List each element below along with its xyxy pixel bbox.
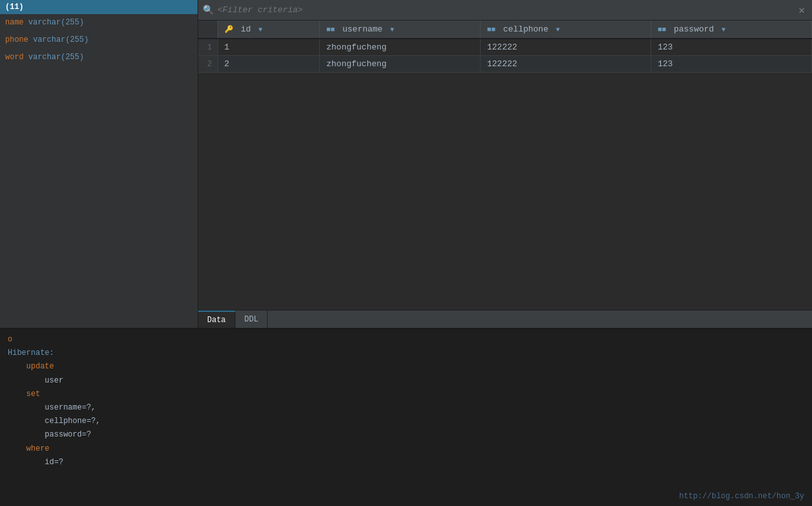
console-line-username: username=?, bbox=[0, 401, 812, 415]
console-line-prompt: o bbox=[0, 333, 812, 347]
sidebar-field-word: word varchar(255) bbox=[0, 49, 198, 66]
col-cellphone-label: cellphone bbox=[503, 24, 548, 34]
sort-icon-cellphone: ▼ bbox=[556, 26, 560, 33]
data-table-container: 🔑 id ▼ ■■ username ▼ ■■ cellphone ▼ bbox=[198, 21, 812, 310]
tab-ddl[interactable]: DDL bbox=[235, 311, 268, 328]
filter-input[interactable] bbox=[217, 5, 795, 15]
sort-icon-password: ▼ bbox=[721, 26, 725, 33]
sidebar-title: (11) bbox=[0, 0, 198, 14]
cell-id: 2 bbox=[217, 56, 320, 73]
main-panel: 🔍 ✕ 🔑 id ▼ ■■ userna bbox=[198, 0, 812, 328]
cell-username: zhongfucheng bbox=[320, 56, 481, 73]
cell-password: 123 bbox=[651, 56, 812, 73]
cell-id: 1 bbox=[217, 39, 320, 56]
tabs-bar: Data DDL bbox=[198, 310, 812, 328]
watermark: http://blog.csdn.net/hon_3y bbox=[679, 492, 804, 501]
col-header-cellphone[interactable]: ■■ cellphone ▼ bbox=[481, 21, 651, 39]
tab-data[interactable]: Data bbox=[198, 311, 235, 328]
cell-rownum: 2 bbox=[198, 56, 217, 73]
col-header-rownum bbox=[198, 21, 217, 39]
console-line-update: update bbox=[0, 360, 812, 374]
sidebar-field-name: name varchar(255) bbox=[0, 14, 198, 32]
col-header-id[interactable]: 🔑 id ▼ bbox=[217, 21, 320, 39]
cell-rownum: 1 bbox=[198, 39, 217, 56]
console-line-set: set bbox=[0, 388, 812, 401]
col-header-password[interactable]: ■■ password ▼ bbox=[651, 21, 812, 39]
table-header-row: 🔑 id ▼ ■■ username ▼ ■■ cellphone ▼ bbox=[198, 21, 812, 39]
table-row: 2 2 zhongfucheng 122222 123 bbox=[198, 56, 812, 73]
col-header-username[interactable]: ■■ username ▼ bbox=[320, 21, 481, 39]
console-line-cellphone: cellphone=?, bbox=[0, 415, 812, 428]
col-id-label: id bbox=[241, 24, 251, 34]
cell-cellphone: 122222 bbox=[481, 56, 651, 73]
col-username-label: username bbox=[342, 24, 382, 34]
close-button[interactable]: ✕ bbox=[795, 4, 808, 17]
console-line-password: password=? bbox=[0, 428, 812, 442]
console-line-hibernate: Hibernate: bbox=[0, 347, 812, 360]
filter-bar: 🔍 ✕ bbox=[198, 0, 812, 21]
console-line-where: where bbox=[0, 442, 812, 456]
col-password-label: password bbox=[674, 24, 714, 34]
filter-icon: 🔍 bbox=[202, 5, 214, 16]
table-row: 1 1 zhongfucheng 122222 123 bbox=[198, 39, 812, 56]
key-icon: 🔑 bbox=[225, 25, 234, 33]
sort-icon-id: ▼ bbox=[259, 26, 263, 33]
bottom-console: o Hibernate: update user set username=?,… bbox=[0, 328, 812, 506]
console-line-user: user bbox=[0, 374, 812, 388]
sidebar: (11) name varchar(255) phone varchar(255… bbox=[0, 0, 198, 328]
cell-username: zhongfucheng bbox=[320, 39, 481, 56]
cell-cellphone: 122222 bbox=[481, 39, 651, 56]
console-line-id: id=? bbox=[0, 456, 812, 469]
sort-icon-username: ▼ bbox=[390, 26, 394, 33]
col-icon-password: ■■ bbox=[658, 26, 666, 33]
col-icon-cellphone: ■■ bbox=[487, 26, 495, 33]
sidebar-field-phone: phone varchar(255) bbox=[0, 32, 198, 49]
cell-password: 123 bbox=[651, 39, 812, 56]
col-icon-username: ■■ bbox=[326, 26, 335, 33]
data-table: 🔑 id ▼ ■■ username ▼ ■■ cellphone ▼ bbox=[198, 21, 812, 73]
